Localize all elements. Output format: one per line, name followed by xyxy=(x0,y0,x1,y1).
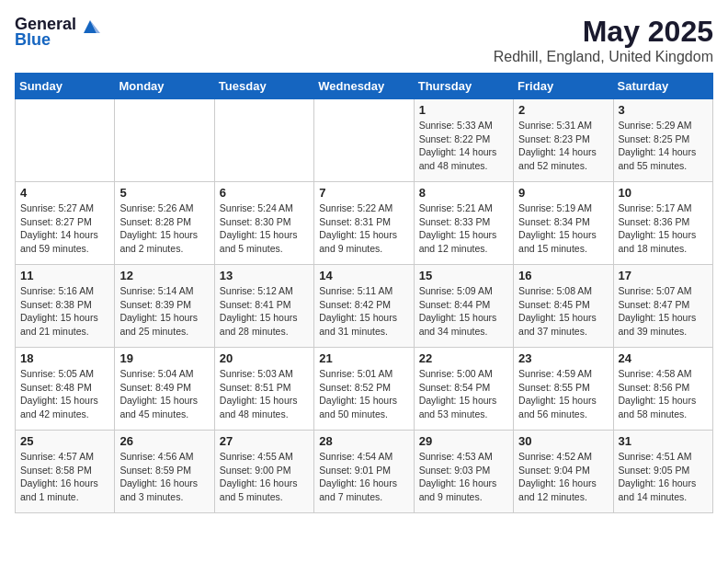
day-info: Sunrise: 5:24 AM Sunset: 8:30 PM Dayligh… xyxy=(220,201,309,256)
day-number: 5 xyxy=(119,186,209,200)
day-number: 4 xyxy=(20,186,109,200)
day-number: 31 xyxy=(619,434,708,448)
day-number: 7 xyxy=(319,186,408,200)
header-thursday: Thursday xyxy=(414,74,513,99)
day-info: Sunrise: 5:27 AM Sunset: 8:27 PM Dayligh… xyxy=(20,201,109,256)
week-row-1: 1Sunrise: 5:33 AM Sunset: 8:22 PM Daylig… xyxy=(16,99,713,182)
week-row-3: 11Sunrise: 5:16 AM Sunset: 8:38 PM Dayli… xyxy=(16,265,713,348)
day-number: 26 xyxy=(119,434,209,448)
day-info: Sunrise: 5:03 AM Sunset: 8:51 PM Dayligh… xyxy=(220,367,309,421)
calendar-cell: 31Sunrise: 4:51 AM Sunset: 9:05 PM Dayli… xyxy=(613,431,712,513)
calendar-cell: 3Sunrise: 5:29 AM Sunset: 8:25 PM Daylig… xyxy=(613,99,712,182)
day-info: Sunrise: 5:31 AM Sunset: 8:23 PM Dayligh… xyxy=(518,119,608,173)
calendar-cell: 16Sunrise: 5:08 AM Sunset: 8:45 PM Dayli… xyxy=(514,265,613,348)
calendar-cell: 28Sunrise: 4:54 AM Sunset: 9:01 PM Dayli… xyxy=(314,431,414,513)
day-number: 11 xyxy=(20,269,109,282)
calendar-cell: 17Sunrise: 5:07 AM Sunset: 8:47 PM Dayli… xyxy=(613,265,712,348)
day-number: 1 xyxy=(419,103,508,117)
calendar-cell: 22Sunrise: 5:00 AM Sunset: 8:54 PM Dayli… xyxy=(414,348,513,431)
day-number: 3 xyxy=(619,103,708,117)
calendar-cell: 6Sunrise: 5:24 AM Sunset: 8:30 PM Daylig… xyxy=(214,182,313,265)
day-number: 19 xyxy=(119,351,209,365)
calendar-cell: 7Sunrise: 5:22 AM Sunset: 8:31 PM Daylig… xyxy=(314,182,414,265)
calendar-cell: 29Sunrise: 4:53 AM Sunset: 9:03 PM Dayli… xyxy=(414,431,513,513)
day-number: 6 xyxy=(220,186,309,200)
day-info: Sunrise: 5:17 AM Sunset: 8:36 PM Dayligh… xyxy=(619,201,708,256)
day-number: 13 xyxy=(220,269,309,282)
calendar-cell: 24Sunrise: 4:58 AM Sunset: 8:56 PM Dayli… xyxy=(613,348,712,431)
calendar-cell xyxy=(115,99,214,182)
header-row: SundayMondayTuesdayWednesdayThursdayFrid… xyxy=(16,74,713,99)
month-title: May 2025 xyxy=(494,15,713,49)
day-number: 10 xyxy=(619,186,708,200)
day-number: 30 xyxy=(518,434,608,448)
day-info: Sunrise: 5:12 AM Sunset: 8:41 PM Dayligh… xyxy=(220,284,309,339)
day-number: 17 xyxy=(619,269,708,282)
day-info: Sunrise: 5:01 AM Sunset: 8:52 PM Dayligh… xyxy=(319,367,408,421)
day-number: 16 xyxy=(518,269,608,282)
calendar-cell xyxy=(214,99,313,182)
day-info: Sunrise: 4:58 AM Sunset: 8:56 PM Dayligh… xyxy=(619,367,708,421)
calendar-cell: 15Sunrise: 5:09 AM Sunset: 8:44 PM Dayli… xyxy=(414,265,513,348)
calendar-cell: 12Sunrise: 5:14 AM Sunset: 8:39 PM Dayli… xyxy=(115,265,214,348)
day-number: 9 xyxy=(518,186,608,200)
day-info: Sunrise: 4:53 AM Sunset: 9:03 PM Dayligh… xyxy=(419,450,508,504)
header-wednesday: Wednesday xyxy=(314,74,414,99)
day-info: Sunrise: 5:22 AM Sunset: 8:31 PM Dayligh… xyxy=(319,201,408,256)
day-info: Sunrise: 5:04 AM Sunset: 8:49 PM Dayligh… xyxy=(119,367,209,421)
day-info: Sunrise: 5:26 AM Sunset: 8:28 PM Dayligh… xyxy=(119,201,209,256)
day-info: Sunrise: 5:29 AM Sunset: 8:25 PM Dayligh… xyxy=(619,119,708,173)
header-tuesday: Tuesday xyxy=(214,74,313,99)
day-number: 22 xyxy=(419,351,508,365)
day-number: 12 xyxy=(119,269,209,282)
day-number: 24 xyxy=(619,351,708,365)
day-info: Sunrise: 5:08 AM Sunset: 8:45 PM Dayligh… xyxy=(518,284,608,339)
day-info: Sunrise: 5:05 AM Sunset: 8:48 PM Dayligh… xyxy=(20,367,109,421)
calendar-cell: 19Sunrise: 5:04 AM Sunset: 8:49 PM Dayli… xyxy=(115,348,214,431)
day-info: Sunrise: 5:16 AM Sunset: 8:38 PM Dayligh… xyxy=(20,284,109,339)
logo: General Blue xyxy=(15,15,100,50)
day-info: Sunrise: 5:09 AM Sunset: 8:44 PM Dayligh… xyxy=(419,284,508,339)
calendar-cell: 27Sunrise: 4:55 AM Sunset: 9:00 PM Dayli… xyxy=(214,431,313,513)
day-info: Sunrise: 4:52 AM Sunset: 9:04 PM Dayligh… xyxy=(518,450,608,504)
day-info: Sunrise: 4:56 AM Sunset: 8:59 PM Dayligh… xyxy=(119,450,209,504)
day-number: 8 xyxy=(419,186,508,200)
calendar-cell: 18Sunrise: 5:05 AM Sunset: 8:48 PM Dayli… xyxy=(16,348,115,431)
calendar-cell: 2Sunrise: 5:31 AM Sunset: 8:23 PM Daylig… xyxy=(514,99,613,182)
day-info: Sunrise: 5:07 AM Sunset: 8:47 PM Dayligh… xyxy=(619,284,708,339)
header-friday: Friday xyxy=(514,74,613,99)
week-row-4: 18Sunrise: 5:05 AM Sunset: 8:48 PM Dayli… xyxy=(16,348,713,431)
header-saturday: Saturday xyxy=(613,74,712,99)
logo-blue-text: Blue xyxy=(15,30,51,50)
week-row-5: 25Sunrise: 4:57 AM Sunset: 8:58 PM Dayli… xyxy=(16,431,713,513)
calendar-cell: 11Sunrise: 5:16 AM Sunset: 8:38 PM Dayli… xyxy=(16,265,115,348)
day-info: Sunrise: 5:33 AM Sunset: 8:22 PM Dayligh… xyxy=(419,119,508,173)
header-monday: Monday xyxy=(115,74,214,99)
day-number: 21 xyxy=(319,351,408,365)
calendar-cell: 21Sunrise: 5:01 AM Sunset: 8:52 PM Dayli… xyxy=(314,348,414,431)
calendar-cell: 8Sunrise: 5:21 AM Sunset: 8:33 PM Daylig… xyxy=(414,182,513,265)
calendar-cell: 14Sunrise: 5:11 AM Sunset: 8:42 PM Dayli… xyxy=(314,265,414,348)
day-number: 20 xyxy=(220,351,309,365)
day-number: 27 xyxy=(220,434,309,448)
calendar-cell: 25Sunrise: 4:57 AM Sunset: 8:58 PM Dayli… xyxy=(16,431,115,513)
calendar-cell: 13Sunrise: 5:12 AM Sunset: 8:41 PM Dayli… xyxy=(214,265,313,348)
day-number: 28 xyxy=(319,434,408,448)
day-info: Sunrise: 4:51 AM Sunset: 9:05 PM Dayligh… xyxy=(619,450,708,504)
page-header: General Blue May 2025 Redhill, England, … xyxy=(15,15,713,65)
day-info: Sunrise: 4:54 AM Sunset: 9:01 PM Dayligh… xyxy=(319,450,408,504)
day-info: Sunrise: 5:14 AM Sunset: 8:39 PM Dayligh… xyxy=(119,284,209,339)
day-info: Sunrise: 4:57 AM Sunset: 8:58 PM Dayligh… xyxy=(20,450,109,504)
day-number: 14 xyxy=(319,269,408,282)
calendar-cell: 26Sunrise: 4:56 AM Sunset: 8:59 PM Dayli… xyxy=(115,431,214,513)
day-info: Sunrise: 5:00 AM Sunset: 8:54 PM Dayligh… xyxy=(419,367,508,421)
calendar-cell xyxy=(314,99,414,182)
calendar-cell: 9Sunrise: 5:19 AM Sunset: 8:34 PM Daylig… xyxy=(514,182,613,265)
calendar-cell: 20Sunrise: 5:03 AM Sunset: 8:51 PM Dayli… xyxy=(214,348,313,431)
day-number: 18 xyxy=(20,351,109,365)
title-block: May 2025 Redhill, England, United Kingdo… xyxy=(494,15,713,65)
day-info: Sunrise: 5:21 AM Sunset: 8:33 PM Dayligh… xyxy=(419,201,508,256)
calendar-cell: 10Sunrise: 5:17 AM Sunset: 8:36 PM Dayli… xyxy=(613,182,712,265)
day-info: Sunrise: 4:55 AM Sunset: 9:00 PM Dayligh… xyxy=(220,450,309,504)
calendar-cell: 4Sunrise: 5:27 AM Sunset: 8:27 PM Daylig… xyxy=(16,182,115,265)
